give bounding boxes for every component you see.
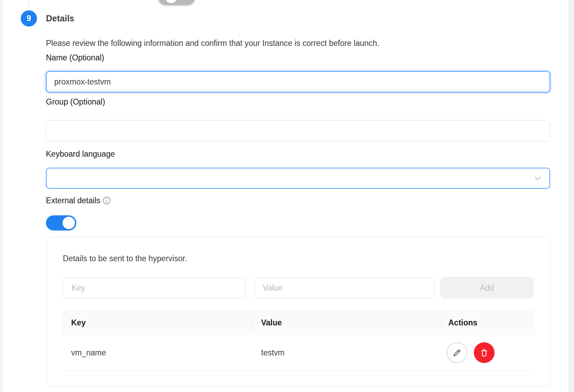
add-detail-button[interactable]: Add bbox=[441, 277, 533, 298]
toggle-knob bbox=[165, 0, 177, 3]
step-number-badge: 9 bbox=[21, 10, 37, 27]
row-value-cell: testvm bbox=[253, 335, 440, 370]
edit-row-button[interactable] bbox=[447, 342, 467, 363]
page-left-divider bbox=[0, 0, 3, 392]
page-title: Details bbox=[46, 13, 74, 23]
hypervisor-key-input[interactable] bbox=[63, 277, 246, 298]
step-connector-line bbox=[28, 0, 29, 7]
table-header-row: Key Value Actions bbox=[63, 310, 535, 335]
row-actions-cell bbox=[440, 335, 535, 370]
keyboard-language-label: Keyboard language bbox=[46, 149, 115, 159]
hypervisor-panel-description: Details to be sent to the hypervisor. bbox=[63, 254, 187, 263]
hypervisor-details-panel: Details to be sent to the hypervisor. Ad… bbox=[47, 237, 550, 386]
name-field-label: Name (Optional) bbox=[46, 52, 104, 63]
step-number: 9 bbox=[27, 14, 31, 23]
name-input[interactable] bbox=[46, 71, 550, 92]
hypervisor-value-input[interactable] bbox=[254, 277, 434, 298]
external-details-label-row: External details bbox=[46, 195, 111, 206]
table-header-value: Value bbox=[253, 310, 440, 335]
table-row: vm_name testvm bbox=[63, 335, 535, 371]
instance-launch-details-step: 9 Details Please review the following in… bbox=[0, 0, 574, 392]
table-header-key: Key bbox=[63, 310, 253, 335]
external-details-toggle[interactable] bbox=[46, 215, 76, 231]
external-details-label: External details bbox=[46, 195, 100, 206]
step-description: Please review the following information … bbox=[46, 38, 379, 48]
group-input[interactable] bbox=[46, 120, 550, 141]
row-key-cell: vm_name bbox=[63, 335, 253, 370]
delete-row-button[interactable] bbox=[474, 342, 495, 363]
previous-section-toggle[interactable] bbox=[158, 0, 195, 5]
keyboard-language-select[interactable] bbox=[46, 168, 550, 189]
vertical-scrollbar[interactable] bbox=[568, 0, 574, 392]
table-header-actions: Actions bbox=[440, 310, 535, 335]
info-icon[interactable] bbox=[103, 196, 111, 205]
group-field-label: Group (Optional) bbox=[46, 97, 105, 107]
chevron-down-icon bbox=[533, 173, 543, 184]
toggle-knob bbox=[63, 217, 75, 229]
pencil-icon bbox=[452, 348, 462, 357]
hypervisor-details-table: Key Value Actions vm_name testvm bbox=[63, 310, 535, 371]
add-button-label: Add bbox=[480, 283, 494, 293]
trash-icon bbox=[479, 348, 489, 357]
